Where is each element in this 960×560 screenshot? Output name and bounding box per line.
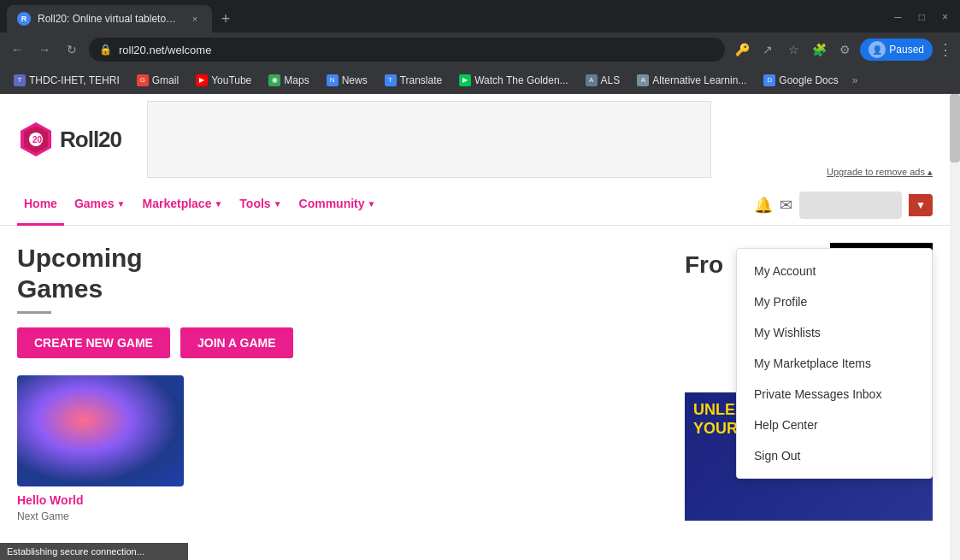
bookmark-altlearning[interactable]: A Alternative Learnin... bbox=[630, 73, 753, 88]
status-bar: Establishing secure connection... bbox=[0, 543, 188, 560]
nav-links: Home Games ▼ Marketplace ▼ Tools ▼ bbox=[17, 185, 754, 226]
new-tab-button[interactable]: + bbox=[215, 9, 236, 29]
thdc-icon: T bbox=[14, 74, 26, 86]
title-divider bbox=[17, 311, 51, 314]
bookmark-watch-label: Watch The Golden... bbox=[474, 74, 568, 86]
bookmark-thdc[interactable]: T THDC-IHET, TEHRI bbox=[7, 73, 127, 88]
page-title: Upcoming Games bbox=[17, 243, 676, 304]
site-navigation: Home Games ▼ Marketplace ▼ Tools ▼ bbox=[0, 185, 950, 226]
forward-button[interactable]: → bbox=[34, 39, 55, 60]
roll20-logo-icon: 20 bbox=[17, 121, 55, 158]
bookmark-news-label: News bbox=[342, 74, 368, 86]
bookmark-maps[interactable]: ◉ Maps bbox=[262, 73, 315, 88]
bookmark-googledocs[interactable]: D Google Docs bbox=[757, 73, 845, 88]
notifications-bell-icon[interactable]: 🔔 bbox=[754, 196, 773, 215]
menu-sign-out[interactable]: Sign Out bbox=[737, 440, 932, 471]
als-icon: A bbox=[586, 74, 598, 86]
close-window-button[interactable]: × bbox=[937, 8, 953, 27]
game-action-buttons: CREATE NEW GAME JOIN A GAME bbox=[17, 327, 676, 358]
lock-icon: 🔒 bbox=[99, 44, 112, 56]
upgrade-link[interactable]: Upgrade to remove ads ▴ bbox=[827, 167, 933, 178]
bookmark-gmail-label: Gmail bbox=[152, 74, 179, 86]
menu-my-marketplace-items[interactable]: My Marketplace Items bbox=[737, 348, 932, 379]
bookmark-watch[interactable]: ▶ Watch The Golden... bbox=[452, 73, 574, 88]
nav-right-actions: 🔔 ✉ ▼ bbox=[754, 192, 933, 219]
address-bar[interactable]: 🔒 roll20.net/welcome bbox=[89, 38, 725, 62]
more-options-button[interactable]: ⋮ bbox=[938, 40, 953, 59]
tools-dropdown-arrow: ▼ bbox=[274, 199, 282, 209]
nav-home[interactable]: Home bbox=[17, 185, 64, 226]
menu-my-wishlists[interactable]: My Wishlists bbox=[737, 317, 932, 348]
user-dropdown-button[interactable]: ▼ bbox=[909, 194, 933, 216]
bookmark-altlearning-label: Alternative Learnin... bbox=[652, 74, 746, 86]
translate-icon: T bbox=[385, 74, 397, 86]
bookmark-maps-label: Maps bbox=[284, 74, 309, 86]
share-icon[interactable]: ↗ bbox=[757, 39, 778, 60]
nav-community[interactable]: Community ▼ bbox=[292, 185, 383, 226]
bookmarks-more[interactable]: » bbox=[852, 74, 858, 86]
left-content: Upcoming Games CREATE NEW GAME JOIN A GA… bbox=[17, 243, 676, 521]
tab-favicon: R bbox=[17, 12, 31, 26]
bookmark-youtube[interactable]: ▶ YouTube bbox=[189, 73, 258, 88]
refresh-button[interactable]: ↻ bbox=[62, 39, 82, 60]
minimize-button[interactable]: ─ bbox=[889, 8, 907, 27]
bookmark-gmail[interactable]: G Gmail bbox=[130, 73, 186, 88]
tab-title: Roll20: Online virtual tabletop fo... bbox=[38, 13, 181, 25]
bookmark-translate-label: Translate bbox=[400, 74, 443, 86]
tab-bar: R Roll20: Online virtual tabletop fo... … bbox=[0, 0, 960, 32]
menu-my-account[interactable]: My Account bbox=[737, 256, 932, 286]
site-logo[interactable]: 20 Roll20 bbox=[17, 121, 121, 158]
tab-close-button[interactable]: × bbox=[188, 12, 202, 26]
bookmark-youtube-label: YouTube bbox=[211, 74, 251, 86]
url-text: roll20.net/welcome bbox=[119, 44, 715, 56]
youtube-icon: ▶ bbox=[196, 74, 208, 86]
bookmark-thdc-label: THDC-IHET, TEHRI bbox=[29, 74, 120, 86]
extension-icon[interactable]: 🧩 bbox=[809, 39, 829, 60]
create-new-game-button[interactable]: CREATE NEW GAME bbox=[17, 327, 170, 358]
header-area: 20 Roll20 Upgrade to remove ads ▴ Home G… bbox=[0, 94, 950, 226]
bookmark-news[interactable]: N News bbox=[320, 73, 374, 88]
window-controls: ─ □ × bbox=[889, 8, 953, 30]
game-next-label: Next Game bbox=[17, 510, 184, 522]
key-icon[interactable]: 🔑 bbox=[732, 39, 752, 60]
user-name-box bbox=[799, 192, 902, 219]
community-dropdown-arrow: ▼ bbox=[368, 199, 376, 209]
googledocs-icon: D bbox=[763, 74, 775, 86]
bookmark-star-icon[interactable]: ☆ bbox=[783, 39, 804, 60]
game-title: Hello World bbox=[17, 493, 184, 507]
avatar: 👤 bbox=[869, 41, 886, 58]
messages-mail-icon[interactable]: ✉ bbox=[780, 196, 792, 215]
nav-tools[interactable]: Tools ▼ bbox=[233, 185, 288, 226]
page-content: 20 Roll20 Upgrade to remove ads ▴ Home G… bbox=[0, 94, 960, 560]
menu-private-messages[interactable]: Private Messages Inbox bbox=[737, 379, 932, 410]
watch-icon: ▶ bbox=[459, 74, 471, 86]
advertisement bbox=[147, 101, 711, 178]
user-dropdown-menu: My Account My Profile My Wishlists My Ma… bbox=[736, 248, 933, 479]
bookmark-googledocs-label: Google Docs bbox=[779, 74, 838, 86]
site-wrapper: 20 Roll20 Upgrade to remove ads ▴ Home G… bbox=[0, 94, 950, 560]
maximize-button[interactable]: □ bbox=[914, 8, 930, 27]
bookmarks-bar: T THDC-IHET, TEHRI G Gmail ▶ YouTube ◉ M… bbox=[0, 67, 960, 94]
scrollbar[interactable] bbox=[950, 94, 960, 560]
back-button[interactable]: ← bbox=[7, 39, 27, 60]
news-icon: N bbox=[327, 74, 339, 86]
join-a-game-button[interactable]: JOIN A GAME bbox=[180, 327, 293, 358]
toolbar-actions: 🔑 ↗ ☆ 🧩 ⚙ 👤 Paused ⋮ bbox=[732, 38, 953, 61]
svg-text:20: 20 bbox=[32, 135, 43, 144]
status-text: Establishing secure connection... bbox=[7, 546, 144, 557]
extensions-button[interactable]: ⚙ bbox=[834, 39, 855, 60]
scrollbar-thumb[interactable] bbox=[950, 94, 960, 162]
bookmark-als[interactable]: A ALS bbox=[579, 73, 627, 88]
game-card[interactable]: Hello World Next Game bbox=[17, 375, 184, 522]
game-thumbnail bbox=[17, 375, 184, 486]
logo-text: Roll20 bbox=[60, 127, 121, 153]
menu-my-profile[interactable]: My Profile bbox=[737, 286, 932, 317]
active-tab[interactable]: R Roll20: Online virtual tabletop fo... … bbox=[7, 5, 212, 32]
bookmark-translate[interactable]: T Translate bbox=[378, 73, 450, 88]
gmail-icon: G bbox=[137, 74, 149, 86]
games-dropdown-arrow: ▼ bbox=[117, 199, 126, 209]
menu-help-center[interactable]: Help Center bbox=[737, 410, 932, 440]
nav-marketplace[interactable]: Marketplace ▼ bbox=[136, 185, 230, 226]
profile-button[interactable]: 👤 Paused bbox=[860, 38, 933, 61]
nav-games[interactable]: Games ▼ bbox=[68, 185, 133, 226]
